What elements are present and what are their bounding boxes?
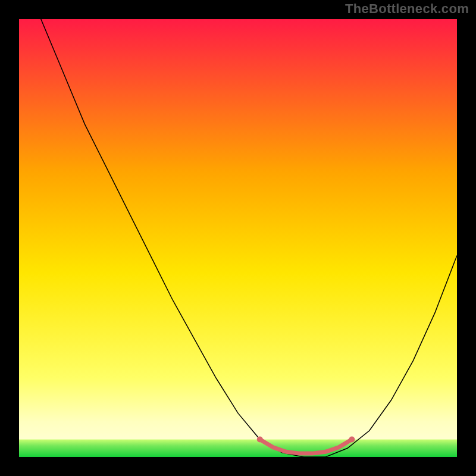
plot-area — [19, 19, 457, 457]
chart-frame: TheBottleneck.com — [0, 0, 476, 476]
curve-layer — [19, 19, 457, 457]
optimal-band-start-dot — [257, 437, 263, 443]
attribution-text: TheBottleneck.com — [345, 1, 469, 17]
bottleneck-curve — [19, 0, 457, 457]
optimal-band-curve — [260, 440, 352, 454]
optimal-band-end-dot — [349, 437, 355, 443]
